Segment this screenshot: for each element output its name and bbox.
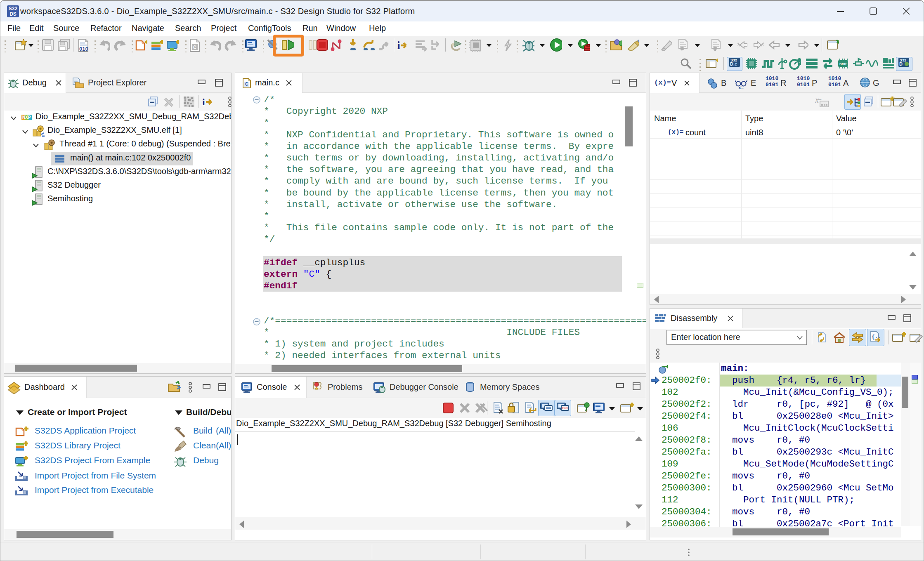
svg-text:DDR: DDR [839, 62, 847, 66]
svg-text:{..: {.. [872, 334, 881, 340]
svg-text:x=: x= [738, 85, 744, 90]
svg-text:i: i [202, 97, 205, 107]
svg-text:C: C [193, 45, 196, 51]
svg-text:NXP: NXP [22, 115, 31, 120]
svg-text:D.c: D.c [730, 61, 737, 66]
svg-text:010: 010 [79, 46, 88, 52]
svg-text:i: i [397, 39, 400, 52]
svg-text:D: D [899, 61, 903, 66]
svg-text:C: C [245, 82, 248, 87]
